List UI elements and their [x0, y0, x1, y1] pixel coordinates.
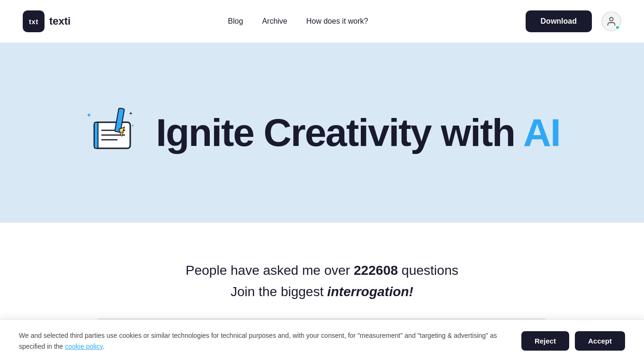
questions-count: 222608 [354, 263, 398, 278]
logo-text: txt [29, 18, 38, 26]
cookie-banner: We and selected third parties use cookie… [0, 319, 644, 362]
download-button[interactable]: Download [526, 10, 592, 32]
hero-section: ✦ ✦ ✦ Ignite Creativity with AI [0, 43, 644, 223]
cookie-buttons: Reject Accept [521, 331, 625, 351]
cookie-text: We and selected third parties use cookie… [19, 330, 510, 352]
nav-links: Blog Archive How does it work? [228, 17, 368, 26]
svg-text:✦: ✦ [131, 124, 134, 128]
nav-link-how[interactable]: How does it work? [306, 17, 368, 26]
online-dot [615, 25, 620, 30]
svg-text:✦: ✦ [129, 111, 133, 116]
nav-link-blog[interactable]: Blog [228, 17, 243, 26]
user-avatar[interactable] [601, 11, 621, 31]
hero-illustration: ✦ ✦ ✦ [84, 103, 141, 162]
logo-link[interactable]: txt texti [23, 10, 71, 32]
hero-title-prefix: Ignite Creativity with [156, 111, 523, 154]
join-text: Join the biggest interrogation! [23, 284, 621, 299]
hero-inner: ✦ ✦ ✦ Ignite Creativity with AI [62, 103, 582, 162]
svg-point-0 [609, 18, 613, 21]
hero-title-ai: AI [523, 111, 560, 154]
logo-box: txt [23, 10, 45, 32]
brand-name: texti [49, 15, 71, 27]
nav-right: Download [526, 10, 621, 32]
hero-title: Ignite Creativity with AI [156, 112, 560, 153]
svg-text:✦: ✦ [86, 111, 92, 119]
reject-button[interactable]: Reject [521, 331, 569, 351]
accept-button[interactable]: Accept [575, 331, 625, 351]
cookie-text-part2: . [102, 343, 104, 350]
questions-prefix: People have asked me over [186, 263, 354, 278]
cookie-policy-link[interactable]: cookie policy [65, 343, 102, 350]
questions-text: People have asked me over 222608 questio… [23, 261, 621, 281]
pencil-hand-icon: ✦ ✦ ✦ [84, 103, 141, 160]
nav-link-archive[interactable]: Archive [262, 17, 287, 26]
svg-rect-3 [94, 122, 98, 148]
join-italic: interrogation! [327, 284, 413, 299]
questions-suffix: questions [398, 263, 458, 278]
user-icon [606, 16, 617, 27]
navbar: txt texti Blog Archive How does it work?… [0, 0, 644, 43]
join-prefix: Join the biggest [231, 284, 327, 299]
